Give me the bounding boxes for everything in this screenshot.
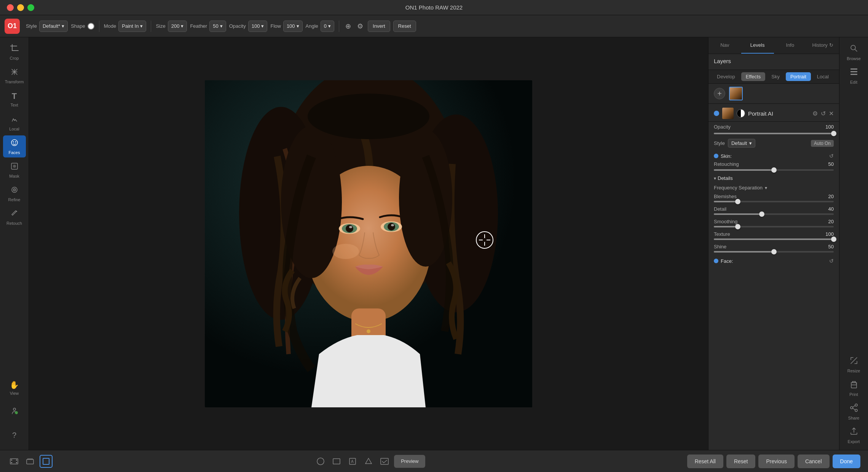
tool-faces[interactable]: Faces xyxy=(3,135,26,157)
opacity-input[interactable]: 100 ▾ xyxy=(248,21,268,32)
feather-input[interactable]: 50 ▾ xyxy=(209,21,226,32)
tool-print[interactable]: Print xyxy=(842,377,865,399)
text-bottom-icon[interactable]: A xyxy=(346,455,359,468)
opacity-slider-track[interactable] xyxy=(714,133,834,134)
svg-point-25 xyxy=(388,223,395,230)
tab-portrait[interactable]: Portrait xyxy=(786,72,811,81)
blemishes-value: 20 xyxy=(828,194,834,199)
layer-thumbnail[interactable] xyxy=(729,87,743,100)
opacity-slider-thumb[interactable] xyxy=(831,131,836,136)
toolbar: O1 Style Default* ▾ Shape Mode Paint In … xyxy=(0,15,868,37)
settings-icon[interactable]: ⚙ xyxy=(356,21,365,32)
invert-button[interactable]: Invert xyxy=(368,21,390,32)
stack-icon[interactable] xyxy=(24,455,37,468)
detail-track[interactable] xyxy=(714,213,834,215)
tool-person[interactable] xyxy=(3,400,26,423)
texture-track[interactable] xyxy=(714,238,834,240)
reset-toolbar-button[interactable]: Reset xyxy=(393,21,416,32)
eyedropper-icon[interactable]: ⊕ xyxy=(344,21,353,32)
smoothing-slider xyxy=(708,225,839,230)
shine-thumb[interactable] xyxy=(771,249,777,254)
tool-retouch[interactable]: Retouch xyxy=(3,206,26,228)
tool-mask[interactable]: Mask xyxy=(3,159,26,181)
close-button[interactable] xyxy=(7,4,14,11)
crop-label: Crop xyxy=(10,56,19,60)
angle-input[interactable]: 0 ▾ xyxy=(321,21,334,32)
tool-share[interactable]: Share xyxy=(842,400,865,423)
tab-effects[interactable]: Effects xyxy=(741,72,766,81)
main-area: Crop Transform T Text Local xyxy=(0,37,868,450)
titlebar: ON1 Photo RAW 2022 xyxy=(0,0,868,15)
panel-bw-button[interactable] xyxy=(737,109,745,118)
tool-local[interactable]: Local xyxy=(3,112,26,134)
export-icon xyxy=(849,427,858,438)
svg-rect-38 xyxy=(850,74,857,75)
tool-crop[interactable]: Crop xyxy=(3,41,26,63)
face-reset-icon[interactable]: ↺ xyxy=(829,258,834,264)
right-panel: Nav Levels Info History ↻ Layers Develop… xyxy=(708,37,839,450)
tool-edit[interactable]: Edit xyxy=(842,65,865,87)
minimize-button[interactable] xyxy=(17,4,24,11)
done-button[interactable]: Done xyxy=(833,455,860,468)
tool-help[interactable]: ? xyxy=(3,424,26,446)
maximize-button[interactable] xyxy=(27,4,34,11)
check-icon[interactable] xyxy=(378,455,391,468)
single-view-icon[interactable] xyxy=(40,455,53,468)
texture-thumb[interactable] xyxy=(831,237,836,242)
svg-point-35 xyxy=(851,45,855,50)
freq-sep-label: Frequency Separation xyxy=(714,185,763,191)
separator-2 xyxy=(151,21,151,32)
auto-on-badge[interactable]: Auto On xyxy=(811,140,834,147)
reset-panel-icon[interactable]: ↺ xyxy=(821,110,826,117)
cancel-button[interactable]: Cancel xyxy=(798,455,830,468)
canvas-area[interactable] xyxy=(29,37,708,450)
shine-track[interactable] xyxy=(714,251,834,253)
mode-select[interactable]: Paint In ▾ xyxy=(118,21,146,32)
settings-panel-icon[interactable]: ⚙ xyxy=(812,110,818,117)
tool-browse[interactable]: Browse xyxy=(842,41,865,63)
smoothing-thumb[interactable] xyxy=(735,224,740,229)
tool-resize[interactable]: Resize xyxy=(842,353,865,375)
previous-button[interactable]: Previous xyxy=(758,455,794,468)
tab-history[interactable]: History ↻ xyxy=(806,37,839,54)
reset-button[interactable]: Reset xyxy=(726,455,756,468)
tab-info[interactable]: Info xyxy=(774,37,807,54)
tab-local[interactable]: Local xyxy=(812,72,833,81)
freq-sep-chevron-icon[interactable]: ▾ xyxy=(765,185,767,191)
details-section-header[interactable]: ▾ Details xyxy=(708,173,839,183)
filmstrip-icon[interactable] xyxy=(8,455,21,468)
oval-icon[interactable] xyxy=(314,455,327,468)
detail-slider xyxy=(708,213,839,217)
flow-input[interactable]: 100 ▾ xyxy=(283,21,303,32)
tab-sky[interactable]: Sky xyxy=(767,72,784,81)
shape-circle[interactable] xyxy=(88,23,94,30)
detail-label: Detail xyxy=(714,206,726,212)
add-layer-button[interactable]: + xyxy=(714,88,725,99)
tool-text[interactable]: T Text xyxy=(3,88,26,110)
tool-refine[interactable]: Refine xyxy=(3,183,26,205)
rect-icon[interactable] xyxy=(330,455,343,468)
style-dropdown[interactable]: Default ▾ xyxy=(728,139,755,148)
tab-develop[interactable]: Develop xyxy=(712,72,740,81)
panel-actions: ⚙ ↺ ✕ xyxy=(812,110,834,117)
blemishes-thumb[interactable] xyxy=(735,199,740,204)
tool-transform[interactable]: Transform xyxy=(3,65,26,87)
mask-label: Mask xyxy=(9,174,19,178)
size-input[interactable]: 200 ▾ xyxy=(168,21,187,32)
detail-thumb[interactable] xyxy=(759,211,764,217)
polygon-icon[interactable] xyxy=(362,455,375,468)
skin-reset-icon[interactable]: ↺ xyxy=(829,153,834,159)
style-select[interactable]: Default* ▾ xyxy=(39,21,68,32)
tab-levels[interactable]: Levels xyxy=(741,37,774,54)
tab-nav[interactable]: Nav xyxy=(708,37,741,54)
smoothing-track[interactable] xyxy=(714,226,834,227)
preview-button[interactable]: Preview xyxy=(394,455,425,468)
retouching-thumb[interactable] xyxy=(771,167,777,173)
blemishes-track[interactable] xyxy=(714,201,834,202)
svg-point-4 xyxy=(13,165,16,168)
tool-view[interactable]: ✋ View xyxy=(3,377,26,399)
close-panel-icon[interactable]: ✕ xyxy=(829,110,834,117)
tool-export[interactable]: Export xyxy=(842,424,865,446)
retouching-slider-track[interactable] xyxy=(714,169,834,171)
reset-all-button[interactable]: Reset All xyxy=(687,455,723,468)
